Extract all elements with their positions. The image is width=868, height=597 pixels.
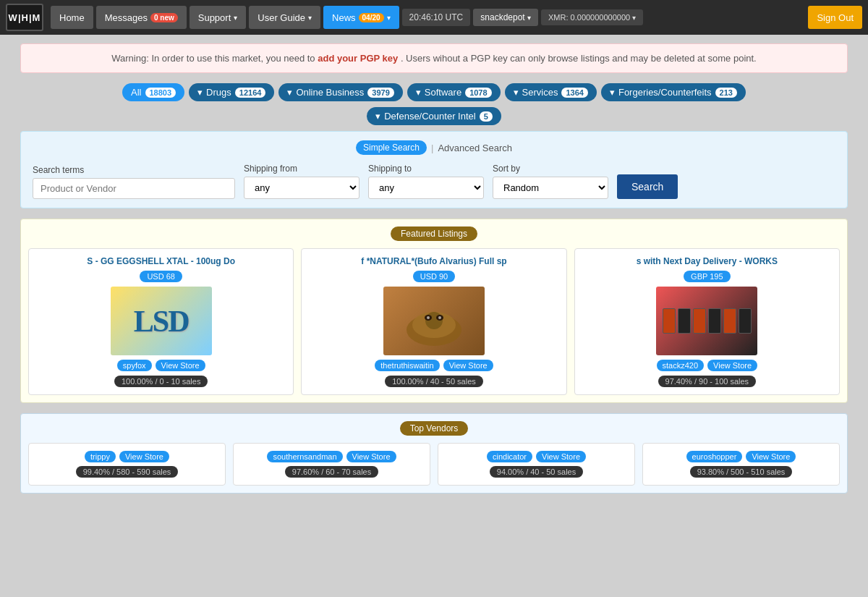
phone-6 [739, 308, 752, 334]
vendor-card-0: trippy View Store 99.40% / 580 - 590 sal… [28, 443, 226, 486]
top-vendor-sales-0: 99.40% / 580 - 590 sales [76, 466, 179, 478]
listing-title-1[interactable]: f *NATURAL*(Bufo Alvarius) Full sp [309, 256, 558, 266]
xmr-display[interactable]: XMR: 0.000000000000 ▾ [541, 9, 643, 25]
category-svc-arrow: ▾ [514, 87, 519, 98]
top-vendor-store-1[interactable]: View Store [346, 451, 396, 462]
category-forg-count: 213 [715, 88, 737, 98]
news-chevron: ▾ [387, 14, 391, 22]
shipping-to-select[interactable]: any [368, 177, 484, 199]
shipping-to-label: Shipping to [368, 164, 484, 174]
vendor-row-0: spyfox View Store [117, 360, 205, 371]
phone-2 [678, 308, 691, 334]
sort-by-label: Sort by [493, 164, 608, 174]
vendor-badge-0: spyfox [117, 360, 152, 371]
pgp-link[interactable]: add your PGP key [318, 53, 398, 64]
vendor-card-3: euroshopper View Store 93.80% / 500 - 51… [642, 443, 840, 486]
sales-badge-1: 100.00% / 40 - 50 sales [385, 376, 483, 387]
vendors-row: trippy View Store 99.40% / 580 - 590 sal… [28, 443, 840, 486]
vendor-card-1: southernsandman View Store 97.60% / 60 -… [233, 443, 430, 486]
shipping-from-select[interactable]: any [244, 177, 359, 199]
vendor-card-2: cindicator View Store 94.00% / 40 - 50 s… [438, 443, 635, 486]
sort-by-select[interactable]: Random [493, 177, 608, 199]
listings-row: S - GG EGGSHELL XTAL - 100ug Do USD 68 L… [28, 248, 840, 395]
main-content: Warning: In order to use this market, yo… [14, 43, 854, 494]
phone-3 [693, 308, 706, 334]
user-guide-button[interactable]: User Guide ▾ [249, 6, 320, 29]
phone-1 [663, 308, 676, 334]
search-input[interactable] [33, 178, 235, 199]
listing-card-2: s with Next Day Delivery - WORKS GBP 195… [574, 248, 840, 395]
vendor-name-row-1: southernsandman View Store [267, 451, 396, 462]
signin-button[interactable]: Sign Out [808, 6, 862, 29]
category-forgeries[interactable]: ▾ Forgeries/Counterfeits 213 [601, 83, 746, 101]
listing-price-2: GBP 195 [684, 271, 730, 282]
tab-simple-search[interactable]: Simple Search [356, 140, 427, 155]
category-forg-label: Forgeries/Counterfeits [618, 87, 712, 98]
vendor-name-row-0: trippy View Store [85, 451, 169, 462]
top-vendor-store-2[interactable]: View Store [536, 451, 586, 462]
vendor-row-2: stackz420 View Store [657, 360, 758, 371]
news-badge: 04/20 [359, 13, 384, 22]
messages-button[interactable]: Messages 0 new [96, 6, 187, 29]
user-menu[interactable]: snackdepot ▾ [473, 9, 538, 26]
category-drugs[interactable]: ▾ Drugs 12164 [189, 83, 274, 101]
top-vendors-section: Top Vendors trippy View Store 99.40% / 5… [20, 413, 848, 494]
support-button[interactable]: Support ▾ [190, 6, 247, 29]
listing-price-0: USD 68 [140, 271, 182, 282]
listing-price-1: USD 90 [413, 271, 456, 282]
featured-section: Featured Listings S - GG EGGSHELL XTAL -… [20, 219, 848, 403]
svg-point-6 [438, 316, 441, 319]
category-all[interactable]: All 18803 [122, 83, 184, 101]
messages-label: Messages [105, 12, 148, 23]
news-button[interactable]: News 04/20 ▾ [323, 6, 399, 29]
username: snackdepot [480, 12, 524, 22]
category-all-count: 18803 [145, 88, 176, 98]
category-def-count: 5 [480, 111, 493, 122]
top-vendors-title-wrap: Top Vendors [28, 421, 840, 436]
search-fields: Search terms Shipping from any Shipping … [33, 164, 835, 199]
support-chevron: ▾ [234, 14, 237, 22]
category-all-label: All [131, 87, 141, 98]
category-defense[interactable]: ▾ Defense/Counter Intel 5 [367, 107, 501, 125]
top-vendor-sales-3: 93.80% / 500 - 510 sales [690, 466, 793, 478]
sort-by-field: Sort by Random [493, 164, 608, 199]
listing-title-2[interactable]: s with Next Day Delivery - WORKS [582, 256, 832, 266]
category-sw-arrow: ▾ [416, 87, 421, 98]
search-button[interactable]: Search [617, 174, 678, 199]
top-vendor-badge-0: trippy [85, 451, 116, 462]
category-def-arrow: ▾ [375, 111, 380, 122]
featured-title: Featured Listings [391, 226, 477, 241]
support-label: Support [198, 12, 231, 23]
listing-img-1 [383, 287, 485, 355]
featured-title-wrap: Featured Listings [28, 226, 840, 241]
vendor-badge-1: thetruthiswaitin [375, 360, 439, 371]
category-ob-count: 3979 [367, 88, 393, 98]
view-store-2[interactable]: View Store [707, 360, 757, 371]
vendor-badge-2: stackz420 [657, 360, 705, 371]
tab-divider: | [431, 143, 433, 153]
category-drugs-arrow: ▾ [197, 87, 203, 98]
view-store-0[interactable]: View Store [156, 360, 205, 371]
news-label: News [332, 12, 356, 23]
view-store-1[interactable]: View Store [443, 360, 493, 371]
category-services[interactable]: ▾ Services 1364 [505, 83, 597, 101]
category-software[interactable]: ▾ Software 1078 [407, 83, 501, 101]
home-button[interactable]: Home [51, 6, 93, 29]
category-row-2: ▾ Defense/Counter Intel 5 [20, 107, 848, 125]
top-vendors-title: Top Vendors [400, 421, 469, 436]
top-vendor-badge-1: southernsandman [267, 451, 342, 462]
logo: W|H|M [6, 4, 43, 31]
top-vendor-store-3[interactable]: View Store [746, 451, 796, 462]
warning-text-after: . Users wihout a PGP key can only browse… [401, 53, 757, 64]
listing-title-0[interactable]: S - GG EGGSHELL XTAL - 100ug Do [36, 256, 286, 266]
listing-img-2 [656, 287, 757, 355]
bufo-svg [391, 290, 477, 352]
listing-img-0: LSD [111, 287, 212, 355]
category-online-business[interactable]: ▾ Online Business 3979 [278, 83, 402, 101]
shipping-from-label: Shipping from [244, 164, 359, 174]
listing-card-1: f *NATURAL*(Bufo Alvarius) Full sp USD 9… [301, 248, 566, 395]
navbar: W|H|M Home Messages 0 new Support ▾ User… [0, 0, 868, 35]
tab-advanced-search[interactable]: Advanced Search [438, 143, 512, 153]
top-vendor-store-0[interactable]: View Store [119, 451, 169, 462]
messages-badge: 0 new [150, 13, 178, 22]
